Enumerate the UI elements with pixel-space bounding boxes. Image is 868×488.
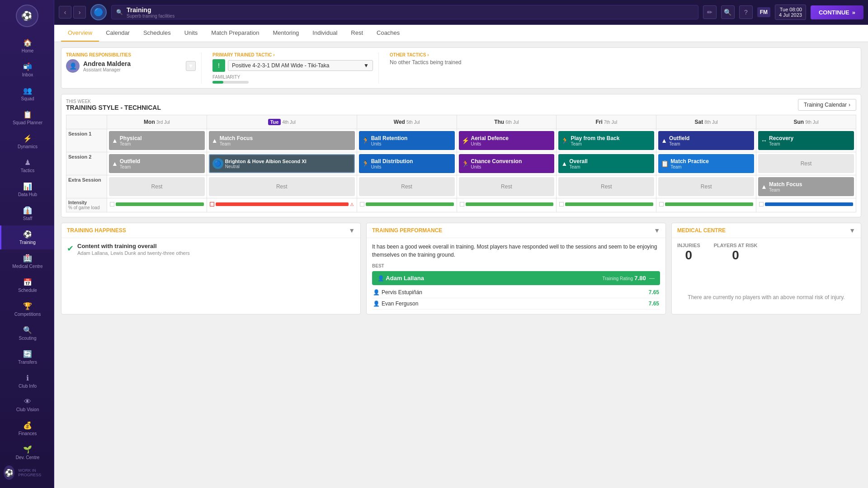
- session-2-wednesday[interactable]: 🏃 Ball Distribution Units: [357, 152, 457, 175]
- session-2-tuesday[interactable]: 🔵 Brighton & Hove Albion Second XI Neutr…: [207, 152, 357, 175]
- session-2-thursday[interactable]: 🏃 Chance Conversion Units: [457, 152, 557, 175]
- overall-team-block[interactable]: ▲ Overall Team: [558, 154, 654, 173]
- training-calendar-button[interactable]: Training Calendar ›: [798, 99, 856, 111]
- extra-saturday: Rest: [656, 175, 756, 198]
- intensity-warning-tue: ⚠: [350, 202, 354, 207]
- match-block[interactable]: 🔵 Brighton & Hove Albion Second XI Neutr…: [209, 154, 355, 173]
- tab-match-preparation[interactable]: Match Preparation: [204, 25, 266, 42]
- tab-individual[interactable]: Individual: [306, 25, 344, 42]
- sidebar-item-finances[interactable]: 💰 Finances: [0, 417, 54, 441]
- sidebar-item-training[interactable]: ⚽ Training: [0, 225, 54, 249]
- sidebar-item-scouting[interactable]: 🔍 Scouting: [0, 321, 54, 345]
- sidebar-item-staff[interactable]: 👔 Staff: [0, 202, 54, 225]
- intensity-fill-sat: [665, 202, 753, 206]
- tab-coaches[interactable]: Coaches: [370, 25, 406, 42]
- sidebar-item-dynamics[interactable]: ⚡ Dynamics: [0, 130, 54, 154]
- medical-expand-button[interactable]: ▼: [849, 227, 855, 234]
- nav-back-button[interactable]: ‹: [59, 6, 71, 19]
- scouting-icon: 🔍: [23, 326, 32, 334]
- sidebar-item-home[interactable]: 🏠 Home: [0, 34, 54, 58]
- training-icon: ⚽: [23, 230, 32, 239]
- edit-button[interactable]: ✏: [703, 5, 717, 19]
- session-1-tuesday[interactable]: ▲ Match Focus Team: [207, 129, 357, 152]
- player-row-1[interactable]: 👤 Pervis Estupiñán 7.65: [372, 287, 660, 298]
- player-1-name: 👤 Pervis Estupiñán: [373, 289, 422, 296]
- other-tactics-link[interactable]: ›: [427, 52, 429, 57]
- manager-avatar: 👤: [66, 59, 80, 73]
- sidebar-item-dev-centre[interactable]: 🌱 Dev. Centre: [0, 441, 54, 465]
- session-2-friday[interactable]: ▲ Overall Team: [557, 152, 656, 175]
- tab-mentoring[interactable]: Mentoring: [266, 25, 306, 42]
- sidebar-item-transfers[interactable]: 🔄 Transfers: [0, 345, 54, 369]
- sidebar-item-medical[interactable]: 🏥 Medical Centre: [0, 249, 54, 273]
- scout-button[interactable]: 🔍: [721, 5, 735, 19]
- dynamics-icon: ⚡: [23, 134, 32, 143]
- chance-conversion-block[interactable]: 🏃 Chance Conversion Units: [459, 154, 555, 173]
- tab-schedules[interactable]: Schedules: [137, 25, 178, 42]
- sidebar-item-club-vision[interactable]: 👁 Club Vision: [0, 393, 54, 417]
- session-2-monday[interactable]: ▲ Outfield Team: [107, 152, 207, 175]
- tab-units[interactable]: Units: [178, 25, 205, 42]
- performance-panel-title[interactable]: TRAINING PERFORMANCE: [372, 227, 442, 234]
- extra-tuesday: Rest: [207, 175, 357, 198]
- manager-dropdown-button[interactable]: ▼: [186, 61, 196, 71]
- manager-name: Andrea Maldera: [83, 60, 131, 67]
- outfield-team-block-sat[interactable]: ▲ Outfield Team: [658, 131, 754, 150]
- sidebar-item-club-info[interactable]: ℹ Club Info: [0, 369, 54, 393]
- tab-overview[interactable]: Overview: [61, 25, 99, 42]
- session-2-saturday[interactable]: 📋 Match Practice Team: [656, 152, 756, 175]
- tab-rest[interactable]: Rest: [344, 25, 370, 42]
- club-info-icon: ℹ: [26, 374, 29, 382]
- match-focus-team-block[interactable]: ▲ Match Focus Team: [209, 131, 355, 150]
- extra-sunday[interactable]: ▲ Match Focus Team: [756, 175, 856, 198]
- happiness-expand-button[interactable]: ▼: [349, 227, 355, 234]
- medical-centre-panel: MEDICAL CENTRE ▼ INJURIES 0 PLAYERS AT R…: [671, 223, 861, 314]
- medical-panel-title[interactable]: MEDICAL CENTRE: [677, 227, 726, 234]
- sidebar-item-squad-planner[interactable]: 📋 Squad Planner: [0, 106, 54, 130]
- physical-team-block[interactable]: ▲ Physical Team: [109, 131, 205, 150]
- match-practice-block[interactable]: 📋 Match Practice Team: [658, 154, 754, 173]
- sidebar-item-schedule[interactable]: 📅 Schedule: [0, 273, 54, 297]
- sidebar-item-tactics[interactable]: ♟ Tactics: [0, 154, 54, 178]
- training-performance-panel: TRAINING PERFORMANCE ▼ It has been a goo…: [366, 223, 666, 314]
- col-thursday: Thu 6th Jul: [459, 117, 555, 127]
- medical-icon: 🏥: [23, 254, 32, 263]
- help-button[interactable]: ?: [739, 5, 753, 19]
- tactic-selector: ! Positive 4-2-3-1 DM AM Wide - Tiki-Tak…: [212, 59, 373, 72]
- primary-tactic-link[interactable]: ›: [273, 52, 274, 57]
- match-focus-extra-block[interactable]: ▲ Match Focus Team: [758, 177, 854, 196]
- staff-icon: 👔: [23, 206, 32, 215]
- continue-button[interactable]: CONTINUE »: [811, 5, 863, 19]
- tab-calendar[interactable]: Calendar: [99, 25, 137, 42]
- squad-planner-icon: 📋: [23, 110, 32, 119]
- ball-distribution-block[interactable]: 🏃 Ball Distribution Units: [359, 154, 455, 173]
- nav-forward-button[interactable]: ›: [73, 6, 86, 19]
- aerial-defence-icon: ⚡: [462, 137, 469, 144]
- recovery-block[interactable]: ↔ Recovery Team: [758, 131, 854, 150]
- session-1-monday[interactable]: ▲ Physical Team: [107, 129, 207, 152]
- session-1-sunday[interactable]: ↔ Recovery Team: [756, 129, 856, 152]
- play-from-back-block[interactable]: 🏃 Play from the Back Team: [558, 131, 654, 150]
- performance-expand-button[interactable]: ▼: [654, 227, 660, 234]
- medical-stats: INJURIES 0 PLAYERS AT RISK 0: [672, 238, 861, 267]
- outfield-team-monday-block[interactable]: ▲ Outfield Team: [109, 154, 205, 173]
- ball-retention-units-block[interactable]: 🏃 Ball Retention Units: [359, 131, 455, 150]
- sidebar-item-squad[interactable]: 👥 Squad: [0, 82, 54, 106]
- happiness-panel-title[interactable]: TRAINING HAPPINESS: [67, 227, 126, 234]
- session-1-wednesday[interactable]: 🏃 Ball Retention Units: [357, 129, 457, 152]
- tactic-dropdown[interactable]: Positive 4-2-3-1 DM AM Wide - Tiki-Taka …: [228, 60, 373, 71]
- familiarity-bar-fill: [212, 81, 223, 84]
- match-practice-icon: 📋: [661, 160, 669, 167]
- aerial-defence-units-block[interactable]: ⚡ Aerial Defence Units: [459, 131, 555, 150]
- session-1-thursday[interactable]: ⚡ Aerial Defence Units: [457, 129, 557, 152]
- best-player-row[interactable]: 👤 Adam Lallana Training Rating 7.80 —: [372, 271, 660, 285]
- player-row-2[interactable]: 👤 Evan Ferguson 7.65: [372, 298, 660, 310]
- competitions-icon: 🏆: [23, 302, 32, 310]
- session-1-friday[interactable]: 🏃 Play from the Back Team: [557, 129, 656, 152]
- session-1-saturday[interactable]: ▲ Outfield Team: [656, 129, 756, 152]
- rest-extra-thu: Rest: [459, 177, 555, 196]
- intensity-sunday: [756, 198, 856, 212]
- sidebar-item-competitions[interactable]: 🏆 Competitions: [0, 297, 54, 321]
- sidebar-item-data-hub[interactable]: 📊 Data Hub: [0, 178, 54, 202]
- sidebar-item-inbox[interactable]: 📬 Inbox: [0, 58, 54, 82]
